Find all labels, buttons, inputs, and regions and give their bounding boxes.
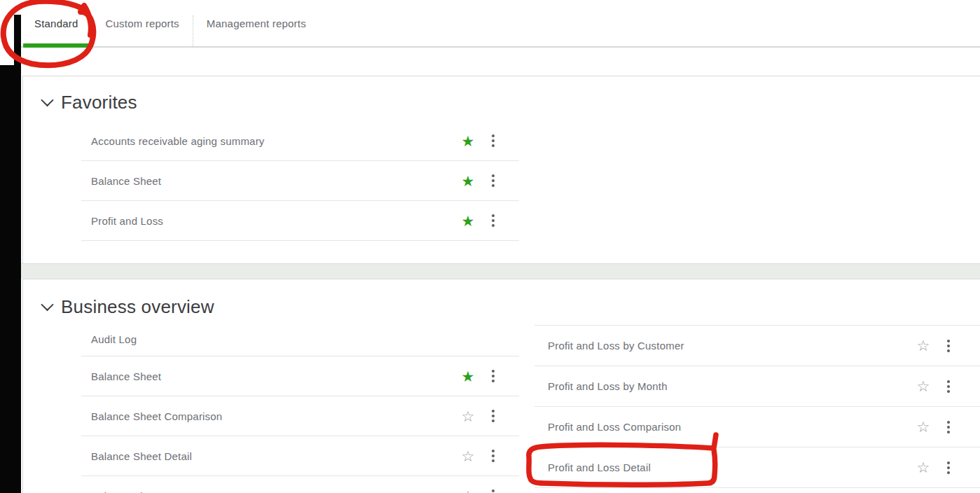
- favorite-star-filled-icon[interactable]: ★: [459, 214, 477, 228]
- favorite-star-outline-icon[interactable]: ☆: [914, 379, 932, 394]
- report-row: Audit Log: [81, 322, 519, 356]
- chevron-down-icon[interactable]: [41, 94, 53, 106]
- report-link[interactable]: Balance Sheet Detail: [81, 450, 459, 462]
- section-title-business-overview: Business overview: [61, 296, 214, 318]
- row-menu-kebab-icon[interactable]: [487, 407, 499, 425]
- report-row: Profit and Loss Comparison☆: [534, 407, 980, 447]
- report-link[interactable]: Balance Sheet Comparison: [81, 410, 459, 422]
- business-overview-section-card: Business overview Audit LogBalance Sheet…: [22, 279, 980, 493]
- report-link[interactable]: Profit and Loss: [81, 215, 459, 227]
- row-menu-kebab-icon[interactable]: [942, 459, 955, 477]
- letterbox-strip: [0, 0, 21, 493]
- report-row: Profit and Loss by Customer☆: [534, 326, 980, 366]
- section-gap: [21, 263, 980, 279]
- report-link[interactable]: Profit and Loss Detail: [534, 461, 914, 473]
- report-link[interactable]: Profit and Loss by Customer: [534, 340, 914, 352]
- report-row: Accounts receivable aging summary★: [81, 121, 519, 161]
- favorite-star-filled-icon[interactable]: ★: [459, 369, 477, 384]
- row-menu-kebab-icon[interactable]: [487, 447, 499, 465]
- report-row: Balance Sheet★: [81, 161, 519, 201]
- favorite-star-filled-icon[interactable]: ★: [459, 174, 477, 188]
- report-link[interactable]: Balance Sheet: [81, 175, 459, 187]
- tab-management-reports[interactable]: Management reports: [193, 0, 319, 46]
- row-menu-kebab-icon[interactable]: [487, 132, 499, 150]
- business-overview-section-header[interactable]: Business overview: [43, 296, 214, 318]
- favorite-star-outline-icon[interactable]: ☆: [459, 449, 477, 464]
- favorites-section-header[interactable]: Favorites: [43, 92, 137, 113]
- favorites-section-card: Favorites Accounts receivable aging summ…: [22, 76, 980, 264]
- favorite-star-outline-icon[interactable]: ☆: [914, 338, 932, 353]
- row-menu-kebab-icon[interactable]: [942, 337, 955, 355]
- favorite-star-outline-icon[interactable]: ☆: [459, 409, 477, 424]
- report-link[interactable]: Balance Sheet: [81, 370, 459, 382]
- report-row: Profit and Loss Detail☆: [534, 447, 980, 488]
- reports-tab-bar: Standard Custom reports Management repor…: [21, 0, 980, 48]
- row-menu-kebab-icon[interactable]: [942, 418, 955, 436]
- favorite-star-filled-icon[interactable]: ★: [459, 134, 477, 148]
- business-overview-report-list-left: Audit LogBalance Sheet★Balance Sheet Com…: [81, 322, 519, 493]
- report-row: Balance Sheet Comparison☆: [81, 396, 519, 436]
- report-link[interactable]: Audit Log: [81, 333, 519, 345]
- tab-custom-reports[interactable]: Custom reports: [92, 0, 192, 46]
- business-overview-report-list-right: Profit and Loss by Customer☆Profit and L…: [534, 325, 980, 488]
- report-row: Profit and Loss★: [81, 201, 519, 241]
- tab-standard[interactable]: Standard: [21, 0, 91, 46]
- favorite-star-outline-icon[interactable]: ☆: [914, 419, 932, 434]
- row-menu-kebab-icon[interactable]: [942, 377, 955, 396]
- letterbox-white-patch: [0, 0, 22, 15]
- favorite-star-outline-icon[interactable]: ☆: [459, 489, 477, 493]
- report-link[interactable]: Accounts receivable aging summary: [81, 135, 459, 147]
- chevron-down-icon[interactable]: [41, 298, 53, 311]
- report-link[interactable]: Profit and Loss Comparison: [534, 421, 914, 433]
- favorites-report-list: Accounts receivable aging summary★Balanc…: [81, 121, 519, 241]
- row-menu-kebab-icon[interactable]: [487, 172, 499, 190]
- report-row: Balance Sheet Detail☆: [81, 436, 519, 476]
- favorite-star-outline-icon[interactable]: ☆: [914, 460, 932, 475]
- report-row: Balance Sheet★: [81, 356, 519, 396]
- report-row: Profit and Loss by Month☆: [534, 366, 980, 407]
- row-menu-kebab-icon[interactable]: [487, 211, 499, 230]
- row-menu-kebab-icon[interactable]: [487, 367, 499, 385]
- row-menu-kebab-icon[interactable]: [487, 487, 499, 493]
- section-title-favorites: Favorites: [61, 92, 137, 113]
- report-row: Balance Sheet Summary☆: [81, 476, 519, 493]
- report-link[interactable]: Balance Sheet Summary: [81, 490, 459, 493]
- report-link[interactable]: Profit and Loss by Month: [534, 380, 914, 392]
